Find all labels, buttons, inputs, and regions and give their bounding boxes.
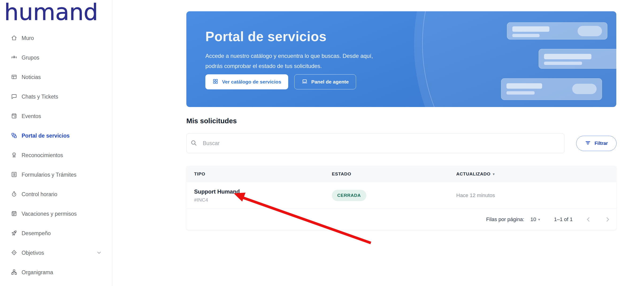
status-badge: CERRADA — [332, 190, 366, 201]
view-catalog-button[interactable]: Ver catálogo de servicios — [205, 74, 288, 89]
banner-skeleton-card — [538, 49, 616, 69]
sidebar: humand Muro Grupos Noticias Chats y Tick… — [0, 0, 112, 286]
dropdown-arrow-icon: ▾ — [538, 218, 540, 221]
column-header-estado: ESTADO — [332, 172, 456, 177]
rocket-icon — [11, 230, 17, 237]
table-header: TIPO ESTADO ACTUALIZADO ▾ — [186, 166, 616, 182]
newspaper-icon — [11, 74, 17, 81]
grid-icon — [212, 78, 218, 86]
service-portal-banner: Portal de servicios Accede a nuestro cat… — [186, 11, 616, 107]
sidebar-item-muro[interactable]: Muro — [0, 29, 112, 48]
pagination-range: 1–1 of 1 — [554, 216, 573, 222]
filter-icon — [585, 140, 591, 147]
calendar-lines-icon — [11, 210, 17, 218]
humand-logo: humand — [4, 2, 98, 23]
previous-page-button[interactable] — [585, 216, 592, 223]
form-list-icon — [11, 171, 17, 179]
banner-title: Portal de servicios — [205, 29, 616, 44]
home-icon — [11, 35, 17, 42]
sidebar-item-formularios-tramites[interactable]: Formularios y Trámites — [0, 165, 112, 185]
sidebar-item-control-horario[interactable]: Control horario — [0, 185, 112, 204]
medal-icon — [11, 152, 17, 159]
sidebar-item-reconocimientos[interactable]: Reconocimientos — [0, 146, 112, 165]
target-icon — [11, 249, 17, 257]
rows-per-page-select[interactable]: 10 ▾ — [530, 216, 540, 222]
groups-icon — [11, 54, 17, 62]
column-header-actualizado[interactable]: ACTUALIZADO ▾ — [456, 172, 616, 177]
calendar-event-icon — [11, 113, 17, 120]
sidebar-item-objetivos[interactable]: Objetivos — [0, 243, 112, 263]
chevron-down-icon[interactable] — [96, 249, 102, 257]
sidebar-item-organigrama[interactable]: Organigrama — [0, 263, 112, 282]
banner-subtitle: Accede a nuestro catálogo y encuentra lo… — [205, 51, 435, 71]
sidebar-item-eventos[interactable]: Eventos — [0, 106, 112, 126]
my-requests-heading: Mis solicitudes — [186, 117, 237, 125]
sidebar-item-grupos[interactable]: Grupos — [0, 48, 112, 68]
agent-panel-button[interactable]: Panel de agente — [294, 74, 356, 89]
rows-per-page-label: Filas por página: — [486, 216, 524, 222]
updated-time: Hace 12 minutos — [456, 192, 495, 198]
filter-button[interactable]: Filtrar — [576, 136, 616, 151]
next-page-button[interactable] — [604, 216, 611, 223]
search-input[interactable]: Buscar — [186, 133, 564, 153]
search-placeholder: Buscar — [203, 140, 220, 147]
org-chart-icon — [11, 269, 17, 276]
requests-table: TIPO ESTADO ACTUALIZADO ▾ Support Humand… — [186, 166, 616, 230]
sidebar-nav: Muro Grupos Noticias Chats y Tickets Eve — [0, 29, 112, 282]
search-icon — [190, 140, 197, 147]
chat-icon — [11, 93, 17, 101]
skeleton-bar — [544, 62, 582, 65]
laptop-icon — [302, 78, 308, 86]
request-id: #INC4 — [194, 197, 332, 203]
skeleton-bar — [544, 54, 592, 59]
skeleton-bar — [506, 91, 535, 95]
service-portal-icon — [11, 132, 17, 140]
table-row[interactable]: Support Humand #INC4 CERRADA Hace 12 min… — [186, 182, 616, 209]
sidebar-item-portal-de-servicios[interactable]: Portal de servicios — [0, 126, 112, 146]
sidebar-item-noticias[interactable]: Noticias — [0, 68, 112, 87]
stopwatch-icon — [11, 191, 17, 198]
table-pagination: Filas por página: 10 ▾ 1–1 of 1 — [186, 209, 616, 230]
sidebar-item-vacaciones-permisos[interactable]: Vacaciones y permisos — [0, 204, 112, 224]
request-type: Support Humand — [194, 188, 332, 195]
sidebar-item-chats-tickets[interactable]: Chats y Tickets — [0, 87, 112, 106]
sidebar-item-desempeno[interactable]: Desempeño — [0, 224, 112, 243]
column-header-tipo: TIPO — [186, 172, 332, 177]
sort-descending-icon[interactable]: ▾ — [493, 172, 495, 176]
